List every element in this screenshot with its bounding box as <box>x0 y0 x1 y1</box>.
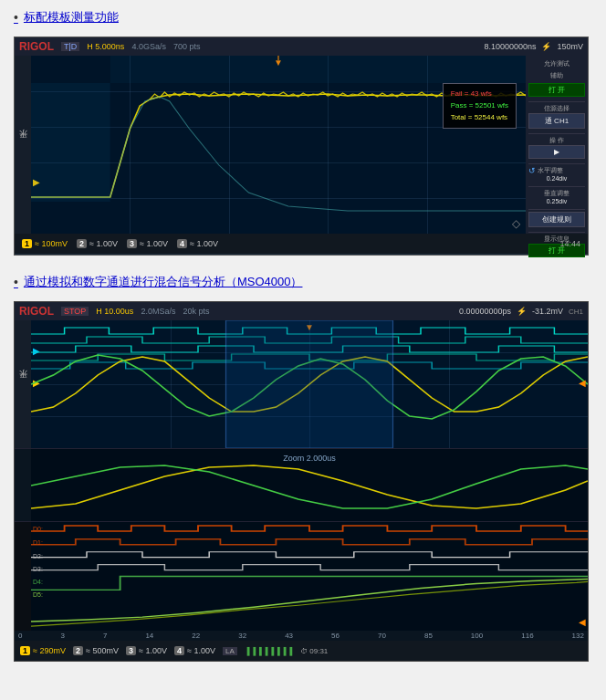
play-btn[interactable]: ▶ <box>528 145 585 159</box>
osc2-digital-waveform <box>31 522 588 631</box>
osc1-voltage: 150mV <box>557 42 583 51</box>
test-label: 允许测试 <box>528 59 585 68</box>
osc2-ch3-badge: 3 ≈ 1.00V <box>126 646 167 655</box>
v-adjust-label: 垂直调整 <box>528 189 585 198</box>
osc1-left-label: 水平 <box>15 56 31 234</box>
osc2-footer: 1 ≈ 290mV 2 ≈ 500mV 3 ≈ 1.00V 4 ≈ 1.00V … <box>15 641 588 661</box>
osc2-header: RIGOL STOP H 10.00us 2.0MSa/s 20k pts 0.… <box>15 302 588 320</box>
osc1-header-right: 8.10000000ns ⚡ 150mV <box>484 42 583 51</box>
oscilloscope-1: RIGOL T|D H 5.000ns 4.0GSa/s 700 pts 8.1… <box>14 37 589 256</box>
svg-rect-0 <box>31 83 110 202</box>
t-132: 132 <box>572 632 584 640</box>
h-adjust-section: ↺ 水平调整 0.24div <box>528 163 585 182</box>
section1-link[interactable]: • 标配模板测量功能 <box>14 9 592 26</box>
osc1-trigger: ⚡ <box>541 42 551 51</box>
osc2-samplerate-sub: 20k pts <box>183 307 209 316</box>
ch-btn[interactable]: 通 CH1 <box>528 113 585 129</box>
t-70: 70 <box>378 632 386 640</box>
osc1-ch3-num: 3 <box>127 239 137 248</box>
osc2-time-offset: 0.00000000ps <box>459 307 511 316</box>
osc2-header-right: 0.00000000ps ⚡ -31.2mV CH1 <box>459 307 583 316</box>
osc2-ch1-badge: 1 ≈ 290mV <box>20 646 66 655</box>
osc2-analog-waveform <box>31 320 588 448</box>
osc2-ch3-val: ≈ 1.00V <box>139 646 167 655</box>
v-adjust-section: 垂直调整 0.25div <box>528 186 585 204</box>
osc2-ch1-val: ≈ 290mV <box>33 646 66 655</box>
osc2-timebase: H 10.00us <box>96 307 133 316</box>
osc1-screen: ▼ ▶ ◇ Fail = 43 <box>31 56 526 234</box>
osc1-time-offset: 8.10000000ns <box>484 42 536 51</box>
osc1-popup: Fail = 43 wfs Pass = 52501 wfs Total = 5… <box>443 83 517 129</box>
osc2-ch3-num: 3 <box>126 646 136 655</box>
t-22: 22 <box>192 632 200 640</box>
osc2-ch1-num: 1 <box>20 646 30 655</box>
osc1-header: RIGOL T|D H 5.000ns 4.0GSa/s 700 pts 8.1… <box>15 37 588 56</box>
bullet2: • <box>14 275 18 289</box>
osc1-footer: 1 ≈ 100mV 2 ≈ 1.00V 3 ≈ 1.00V 4 ≈ 1.00V … <box>15 234 588 254</box>
osc2-brand: RIGOL <box>19 305 54 318</box>
osc1-ch4-num: 4 <box>177 239 187 248</box>
osc2-right-marker: ◀ <box>579 378 586 388</box>
osc1-timebase: H 5.000ns <box>87 42 124 51</box>
section1-link-text[interactable]: 标配模板测量功能 <box>24 9 119 26</box>
t-100: 100 <box>471 632 483 640</box>
source-section: 信源选择 通 CH1 <box>528 101 585 129</box>
osc2-trigger: ⚡ <box>517 307 527 316</box>
section2-header: • 通过模拟和数字通道进行混合信号分析（MSO4000） <box>14 274 592 290</box>
osc1-brand: RIGOL <box>19 40 54 53</box>
osc1-time: 14:44 <box>559 239 580 248</box>
t-32: 32 <box>238 632 246 640</box>
osc2-mode: STOP <box>61 307 89 316</box>
osc2-digital-channels: D0: D1: D2: D3: D4: D5: ◀ <box>15 521 588 631</box>
osc1-marker-br: ◇ <box>512 217 520 230</box>
osc1-ch2-val: ≈ 1.00V <box>89 239 118 248</box>
rotate-icon: ↺ <box>528 166 536 175</box>
t-56: 56 <box>331 632 340 640</box>
t-85: 85 <box>424 632 433 640</box>
osc1-ch2-num: 2 <box>77 239 87 248</box>
osc1-body: 水平 ▼ ▶ <box>15 56 588 234</box>
la-indicators: ▐▐▐▐▐▐▐▐ <box>245 647 293 655</box>
rule-btn[interactable]: 创建规则 <box>528 212 585 227</box>
svg-rect-1 <box>110 56 526 83</box>
t-116: 116 <box>521 632 533 640</box>
osc2-zoom-left <box>15 449 31 521</box>
t-7: 7 <box>103 632 107 640</box>
d4-label: D4: <box>33 579 43 585</box>
popup-pass: Pass = 52501 wfs <box>451 100 508 112</box>
t-0: 0 <box>18 632 22 640</box>
osc1-samplerate-sub: 700 pts <box>173 42 201 51</box>
osc1-ch2-badge: 2 ≈ 1.00V <box>77 239 118 248</box>
h-adjust-label: 水平调整 <box>538 166 563 175</box>
osc1-mode: T|D <box>61 42 79 51</box>
osc2-ch2-badge: 2 ≈ 500mV <box>73 646 119 655</box>
osc1-ch4-val: ≈ 1.00V <box>190 239 218 248</box>
section2-link[interactable]: • 通过模拟和数字通道进行混合信号分析（MSO4000） <box>14 274 592 290</box>
oscilloscope-2: RIGOL STOP H 10.00us 2.0MSa/s 20k pts 0.… <box>14 301 589 662</box>
section2-link-text[interactable]: 通过模拟和数字通道进行混合信号分析（MSO4000） <box>24 274 303 290</box>
d5-label: D5: <box>33 591 43 598</box>
osc2-ch4-num: 4 <box>174 646 184 655</box>
open1-btn[interactable]: 打 开 <box>528 83 585 97</box>
osc2-zoom-waveform <box>31 449 588 522</box>
osc2-time-axis: 0 3 7 14 22 32 43 56 70 85 100 116 132 <box>15 631 588 641</box>
osc2-digital-left <box>15 522 31 631</box>
bullet1: • <box>14 10 18 25</box>
osc2-zoom-area: Zoom 2.000us <box>15 448 588 521</box>
popup-total: Total = 52544 wfs <box>451 112 508 124</box>
osc2-ch4-badge: 4 ≈ 1.00V <box>174 646 215 655</box>
osc2-zoom-screen: Zoom 2.000us <box>31 449 588 521</box>
assist-label: 辅助 <box>528 71 585 80</box>
osc2-ch2-num: 2 <box>73 646 83 655</box>
osc1-ch1-badge: 1 ≈ 100mV <box>22 239 68 248</box>
t-43: 43 <box>285 632 293 640</box>
t-14: 14 <box>145 632 153 640</box>
osc2-ch4-val: ≈ 1.00V <box>187 646 215 655</box>
osc2-analog-screen: ▼ ▶ ▶ ◀ <box>31 320 588 448</box>
section1-header: • 标配模板测量功能 <box>14 9 592 26</box>
d0-label: D0: <box>33 526 43 532</box>
osc1-ch1-num: 1 <box>22 239 32 248</box>
osc2-samplerate: 2.0MSa/s <box>141 307 175 316</box>
osc1-ch3-val: ≈ 1.00V <box>140 239 168 248</box>
popup-fail: Fail = 43 wfs <box>451 89 508 100</box>
